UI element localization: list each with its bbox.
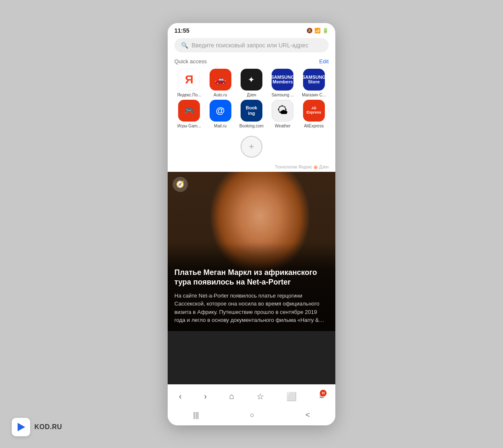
logo-triangle-icon — [15, 421, 27, 433]
app-icon-booking: Booking — [241, 100, 262, 122]
zen-attribution: Технологии Яндекс ⊕ Дзен — [168, 162, 335, 172]
app-label-samsung-store: Магазин С... — [302, 93, 326, 97]
app-icon-weather: 🌤 — [272, 100, 293, 122]
app-label-yandex: Яндекс.По... — [177, 93, 201, 97]
app-icon-yandex: Я — [178, 69, 200, 91]
app-item-dzen[interactable]: ✦ Дзен — [237, 69, 266, 97]
search-bar: 🔍 Введите поисковый запрос или URL-адрес — [168, 36, 335, 57]
menu-badge: H — [320, 390, 327, 396]
compass-icon: 🧭 — [173, 177, 188, 192]
app-label-booking: Booking.com — [239, 124, 264, 128]
app-item-mail[interactable]: @ Mail.ru — [205, 100, 235, 128]
news-overlay: Платье Меган Маркл из африканского тура … — [168, 243, 335, 331]
app-icon-autoru: 🚗 — [210, 69, 231, 91]
app-item-autoru[interactable]: 🚗 Auto.ru — [205, 69, 235, 97]
bottom-nav: ‹ › ⌂ ☆ ⬜ ≡ H — [168, 384, 335, 407]
system-nav: ||| ○ < — [168, 407, 335, 425]
app-item-games[interactable]: 🎮 Игры Gam... — [174, 100, 204, 128]
news-description: На сайте Net-a-Porter появилось платье г… — [174, 292, 329, 324]
app-icon-samsung: SAMSUNGMembers — [272, 69, 293, 91]
app-item-aliexpress[interactable]: AliExpress AliExpress — [299, 100, 329, 128]
app-label-autoru: Auto.ru — [213, 93, 227, 97]
app-icon-games: 🎮 — [178, 100, 200, 122]
news-title: Платье Меган Маркл из африканского тура … — [174, 268, 329, 287]
app-label-samsung: Samsung ... — [272, 93, 294, 97]
app-icon-samsung-store: SAMSUNGStore — [303, 69, 325, 91]
app-label-weather: Weather — [275, 124, 291, 128]
search-input[interactable]: Введите поисковый запрос или URL-адрес — [192, 42, 309, 49]
tabs-nav-button[interactable]: ⬜ — [282, 390, 301, 403]
app-item-weather[interactable]: 🌤 Weather — [268, 100, 297, 128]
quick-access-label: Quick access — [174, 58, 207, 65]
app-item-samsung[interactable]: SAMSUNGMembers Samsung ... — [268, 69, 297, 97]
quick-access-section: Quick access Edit Я Яндекс.По... 🚗 Auto.… — [168, 57, 335, 162]
logo-icon-container — [12, 418, 30, 436]
zen-icon: ⊕ — [314, 164, 318, 170]
status-time: 11:55 — [174, 27, 189, 34]
app-label-games: Игры Gam... — [177, 124, 201, 128]
bottom-logo: KOD.RU — [12, 418, 62, 436]
add-shortcut-button[interactable]: + — [241, 136, 262, 158]
app-icon-dzen: ✦ — [241, 69, 262, 91]
app-icon-aliexpress: AliExpress — [303, 100, 325, 122]
bookmark-nav-button[interactable]: ☆ — [252, 390, 268, 403]
search-input-wrapper[interactable]: 🔍 Введите поисковый запрос или URL-адрес — [174, 38, 329, 52]
news-card[interactable]: 🧭 Платье Меган Маркл из африканского тур… — [168, 172, 335, 384]
home-nav-button[interactable]: ⌂ — [225, 390, 239, 403]
app-icon-mail: @ — [210, 100, 231, 122]
wifi-icon: 📶 — [314, 28, 321, 34]
quick-access-header: Quick access Edit — [174, 58, 329, 65]
home-system-button[interactable]: ○ — [250, 411, 254, 420]
app-label-mail: Mail.ru — [214, 124, 227, 128]
zen-dzen-text: Дзен — [319, 165, 329, 169]
app-grid: Я Яндекс.По... 🚗 Auto.ru ✦ Дзен — [174, 69, 329, 128]
back-system-button[interactable]: < — [306, 411, 310, 420]
zen-attribution-text: Технологии Яндекс — [275, 165, 313, 169]
news-image: 🧭 Платье Меган Маркл из африканского тур… — [168, 172, 335, 331]
recent-apps-button[interactable]: ||| — [193, 411, 199, 420]
app-item-yandex[interactable]: Я Яндекс.По... — [174, 69, 204, 97]
forward-nav-button[interactable]: › — [200, 390, 211, 403]
svg-marker-0 — [18, 423, 25, 431]
app-item-samsung-store[interactable]: SAMSUNGStore Магазин С... — [299, 69, 329, 97]
status-icons: 🔕 📶 🔋 — [306, 28, 329, 34]
back-nav-button[interactable]: ‹ — [175, 390, 186, 403]
app-label-aliexpress: AliExpress — [304, 124, 324, 128]
status-bar: 11:55 🔕 📶 🔋 — [168, 23, 335, 36]
notification-icon: 🔕 — [306, 28, 313, 34]
app-item-booking[interactable]: Booking Booking.com — [237, 100, 266, 128]
phone-frame: 11:55 🔕 📶 🔋 🔍 Введите поисковый запрос и… — [168, 23, 335, 425]
search-icon: 🔍 — [181, 42, 188, 49]
app-label-dzen: Дзен — [247, 93, 257, 97]
edit-button[interactable]: Edit — [319, 58, 329, 65]
battery-icon: 🔋 — [322, 28, 329, 34]
menu-nav-button[interactable]: ≡ H — [315, 390, 329, 403]
logo-text: KOD.RU — [34, 423, 62, 431]
